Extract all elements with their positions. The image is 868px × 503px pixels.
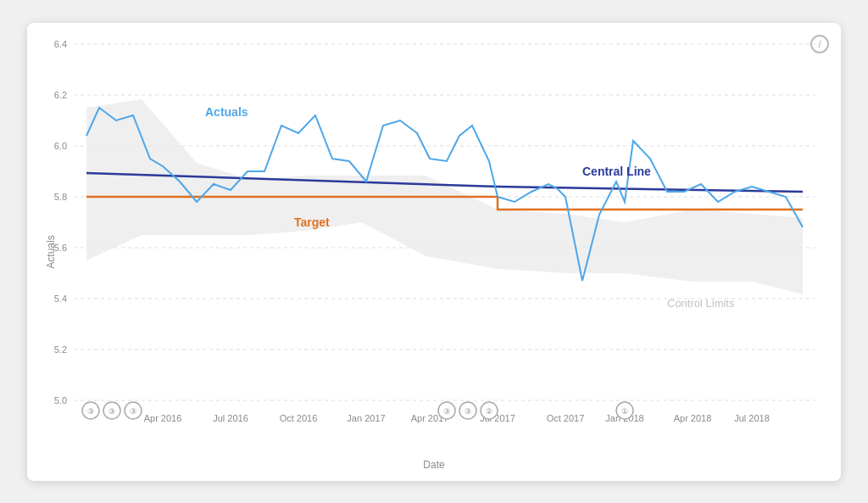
y-axis-label: Actuals	[45, 235, 57, 268]
annotation-label-4: ③	[443, 407, 450, 416]
x-tick-oct2016: Oct 2016	[280, 413, 318, 423]
annotation-label-6: ②	[486, 407, 492, 416]
label-actuals: Actuals	[205, 105, 248, 119]
y-tick-5.2: 5.2	[54, 344, 67, 355]
annotation-label-7: ①	[621, 407, 628, 416]
x-tick-jul2016: Jul 2016	[213, 413, 248, 423]
annotation-label-5: ③	[465, 407, 471, 416]
info-icon[interactable]: i	[810, 35, 829, 53]
y-tick-6.4: 6.4	[54, 39, 67, 49]
y-tick-5.0: 5.0	[54, 395, 67, 405]
chart-container: i Actuals Date 5.0 5.2 5.4 5.6 5.8 6.0 6…	[27, 23, 841, 481]
y-tick-5.4: 5.4	[54, 293, 67, 304]
x-tick-jan2017: Jan 2017	[347, 413, 385, 423]
annotation-label-2: ③	[108, 407, 115, 416]
x-tick-oct2017: Oct 2017	[547, 413, 585, 423]
x-axis-label: Date	[423, 459, 444, 471]
y-tick-5.8: 5.8	[54, 192, 67, 202]
chart-svg: 5.0 5.2 5.4 5.6 5.8 6.0 6.2 6.4 Apr 2016…	[74, 40, 815, 430]
x-tick-apr2016: Apr 2016	[144, 413, 182, 423]
y-tick-6.0: 6.0	[54, 141, 67, 151]
annotation-label-3: ③	[130, 407, 136, 416]
label-control-limits: Control Limits	[667, 297, 735, 310]
annotation-label-1: ③	[87, 407, 94, 416]
label-target: Target	[294, 215, 330, 229]
label-central-line: Central Line	[582, 165, 651, 178]
x-tick-jul2018: Jul 2018	[734, 413, 770, 423]
y-tick-6.2: 6.2	[54, 90, 67, 100]
x-tick-apr2018: Apr 2018	[674, 413, 712, 423]
